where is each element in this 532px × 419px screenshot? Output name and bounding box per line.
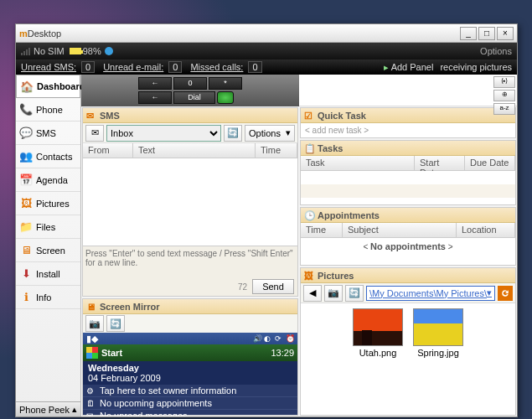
- sidebar-item-install[interactable]: ⬇Install: [16, 262, 80, 286]
- unread-sms-link[interactable]: Unread SMS:: [21, 62, 76, 72]
- dialer-panel: ← 0 * ← Dial: [81, 75, 299, 106]
- sms-folder-select[interactable]: Inbox: [106, 125, 221, 142]
- sidebar-item-files[interactable]: 📁Files: [16, 215, 80, 239]
- phone-today-row[interactable]: ⚙Tap here to set owner information: [83, 385, 297, 397]
- maximize-button[interactable]: □: [478, 27, 495, 40]
- sidebar-item-label: Info: [36, 292, 51, 303]
- sidebar-item-label: Install: [36, 269, 60, 279]
- sidebar-item-pictures[interactable]: 🖼Pictures: [16, 192, 80, 215]
- sidebar-item-label: Dashboard: [37, 81, 85, 91]
- tasks-header: Task Start Date Due Date: [301, 156, 515, 171]
- dialer-zero-button[interactable]: 0: [173, 77, 207, 90]
- pic-camera-button[interactable]: 📷: [324, 285, 343, 302]
- sms-compose: 72 Send: [83, 246, 297, 296]
- contacts-icon: 👥: [19, 150, 33, 163]
- missed-calls-link[interactable]: Missed calls:: [190, 62, 243, 72]
- view-mode-button-1[interactable]: ⟨▪⟩: [493, 76, 515, 88]
- info-icon: ℹ: [19, 291, 33, 304]
- close-button[interactable]: ×: [497, 27, 514, 40]
- dialer-call-button[interactable]: [217, 91, 234, 104]
- quicktask-icon: ☑: [304, 111, 314, 121]
- sidebar-item-sms[interactable]: 💬SMS: [16, 122, 80, 145]
- bluetooth-icon: [105, 47, 113, 55]
- appt-icon: 🕒: [304, 210, 314, 220]
- sidebar-item-dashboard[interactable]: 🏠Dashboard: [16, 75, 80, 98]
- sidebar-item-screen[interactable]: 🖥Screen: [16, 239, 80, 262]
- view-mode-button-3[interactable]: a-z: [493, 103, 515, 115]
- add-panel-button[interactable]: Add Panel: [384, 62, 433, 73]
- sms-title: SMS: [100, 111, 120, 121]
- screen-icon: 🖥: [19, 244, 33, 257]
- pictures-icon: 🖼: [19, 197, 33, 210]
- phone-icon: 📞: [19, 103, 33, 116]
- sidebar-item-label: Agenda: [36, 175, 68, 185]
- pic-refresh-button[interactable]: 🔄: [345, 285, 364, 302]
- sms-refresh-button[interactable]: 🔄: [224, 125, 242, 142]
- titlebar: mDesktop _ □ ×: [16, 24, 517, 43]
- unread-email-count: 0: [168, 61, 182, 73]
- phone-today-row[interactable]: 🗓No upcoming appointments: [83, 397, 297, 410]
- phone-start-label: Start: [101, 348, 122, 358]
- unread-email-link[interactable]: Unread e-mail:: [103, 62, 163, 72]
- phone-signal-icon: ▮◆: [86, 334, 98, 344]
- sidebar: 🏠Dashboard📞Phone💬SMS👥Contacts📅Agenda🖼Pic…: [16, 75, 81, 416]
- phone-date: Wednesday04 February 2009: [83, 361, 297, 385]
- phone-today-row[interactable]: ✉No unread messages: [83, 410, 297, 416]
- picture-item[interactable]: Spring.jpg: [413, 308, 463, 358]
- sms-send-button[interactable]: Send: [252, 279, 294, 294]
- signal-icon: [21, 48, 30, 55]
- sms-icon: 💬: [19, 127, 33, 140]
- phone-status-icons: 🔊◐⟳⏰: [253, 334, 294, 343]
- pictures-title: Pictures: [318, 271, 354, 281]
- sidebar-item-info[interactable]: ℹInfo: [16, 286, 80, 309]
- phone-peek-toggle[interactable]: Phone Peek▴: [16, 401, 80, 416]
- picture-thumbnail: [413, 308, 463, 346]
- sidebar-item-phone[interactable]: 📞Phone: [16, 98, 80, 122]
- dialer-back-button[interactable]: ←: [138, 77, 172, 90]
- sidebar-item-contacts[interactable]: 👥Contacts: [16, 145, 80, 168]
- pic-back-button[interactable]: ◀: [303, 285, 322, 302]
- sidebar-item-agenda[interactable]: 📅Agenda: [16, 168, 80, 192]
- picture-name: Spring.jpg: [413, 348, 463, 358]
- pic-go-button[interactable]: [498, 286, 513, 301]
- battery-icon: [70, 48, 81, 54]
- windows-logo-icon: [86, 347, 98, 359]
- view-mode-button-2[interactable]: ⊕: [493, 90, 515, 101]
- sms-list[interactable]: [83, 158, 297, 246]
- app-window: mDesktop _ □ × No SIM 98% Options Unread…: [15, 23, 518, 417]
- sidebar-item-label: SMS: [36, 128, 56, 138]
- sidebar-item-label: Phone: [36, 105, 63, 115]
- mirror-title: Screen Mirror: [100, 302, 160, 312]
- phone-clock: 13:29: [271, 348, 294, 358]
- appt-header: Time Subject Location: [301, 223, 515, 238]
- tasks-title: Tasks: [318, 143, 343, 153]
- sms-compose-input[interactable]: [83, 246, 297, 277]
- appt-title: Appointments: [318, 210, 380, 220]
- picture-item[interactable]: Utah.png: [353, 308, 403, 358]
- status-bar: No SIM 98% Options: [16, 43, 517, 59]
- quicktask-panel: ☑Quick Task < add new task >: [300, 107, 516, 138]
- sms-char-count: 72: [238, 282, 247, 292]
- pictures-icon: 🖼: [304, 271, 314, 281]
- battery-pct: 98%: [83, 46, 101, 56]
- sidebar-item-label: Contacts: [36, 152, 72, 162]
- sms-new-button[interactable]: ✉: [85, 125, 104, 142]
- dashboard-icon: 🏠: [20, 80, 34, 93]
- sms-options-button[interactable]: Options▾: [245, 125, 295, 142]
- dialer-clear-button[interactable]: ←: [138, 91, 172, 104]
- tasks-list[interactable]: [301, 171, 515, 204]
- sim-status: No SIM: [34, 46, 65, 56]
- tasks-icon: 📋: [304, 143, 314, 153]
- info-bar: Unread SMS: 0 Unread e-mail: 0 Missed ca…: [16, 59, 517, 75]
- mirror-capture-button[interactable]: 📷: [85, 315, 104, 332]
- agenda-icon: 📅: [19, 173, 33, 187]
- mirror-refresh-button[interactable]: 🔄: [106, 315, 125, 332]
- dialer-dial-button[interactable]: Dial: [173, 91, 215, 104]
- dialer-star-button[interactable]: *: [209, 77, 242, 90]
- minimize-button[interactable]: _: [460, 27, 477, 40]
- pic-path-combo[interactable]: \My Documents\My Pictures\▾: [366, 286, 495, 301]
- unread-sms-count: 0: [81, 61, 95, 73]
- options-link[interactable]: Options: [480, 46, 512, 56]
- phone-screen[interactable]: ▮◆ 🔊◐⟳⏰ Start 13:29 Wednesday04 February…: [83, 333, 297, 415]
- quicktask-input[interactable]: < add new task >: [301, 123, 515, 137]
